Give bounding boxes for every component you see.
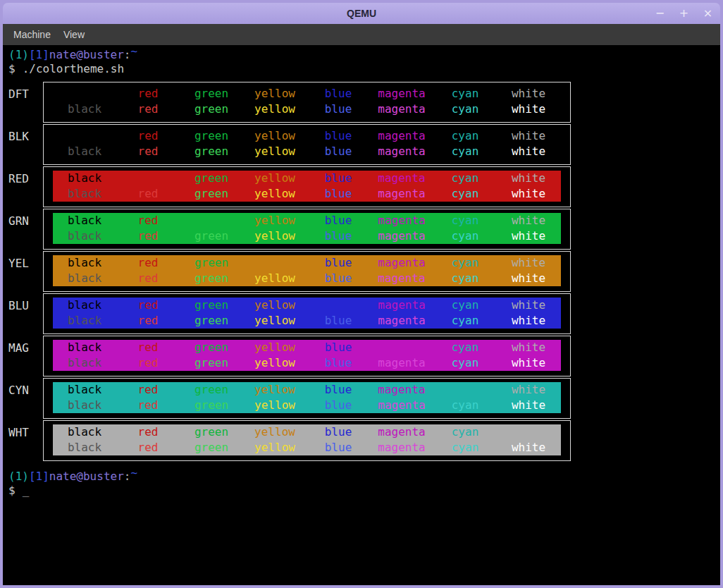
color-name-yellow-bright: yellow (243, 228, 307, 244)
color-name-black-bright: black (53, 313, 116, 329)
color-name-black-normal: black (53, 424, 116, 440)
color-name-white-bright: white (497, 228, 560, 244)
color-name-cyan-bright: cyan (433, 228, 497, 244)
color-name-blue-normal: blue (307, 213, 370, 228)
prompt-cwd: ~ (130, 466, 137, 479)
command-text: ./colortheme.sh (23, 62, 125, 75)
terminal-cursor[interactable]: _ (23, 484, 30, 497)
color-name-magenta-normal: magenta (370, 340, 433, 355)
prompt-line: (1)[1]nate@buster:~ (8, 470, 720, 484)
color-name-magenta-bright: magenta (370, 186, 433, 202)
color-name-black-normal: black (53, 128, 116, 144)
color-name-blue-normal: blue (307, 424, 370, 440)
color-name-black-normal: black (53, 171, 116, 186)
color-name-green-bright: green (180, 228, 243, 244)
color-name-yellow-bright: yellow (243, 440, 307, 455)
color-name-blue-normal: blue (307, 340, 370, 355)
color-name-yellow-normal: yellow (243, 128, 307, 144)
color-name-yellow-bright: yellow (243, 271, 307, 286)
color-name-white-bright: white (497, 440, 560, 455)
color-name-white-bright: white (497, 186, 560, 202)
prompt-dollar: $ (8, 62, 16, 75)
row-box: blackredgreenyellowbluemagentacyanwhite … (43, 378, 571, 419)
color-name-black-normal: black (53, 213, 116, 228)
color-name-magenta-bright: magenta (370, 440, 433, 455)
color-name-white-normal: white (497, 255, 560, 271)
color-name-magenta-normal: magenta (370, 128, 433, 144)
color-name-green-normal: green (180, 86, 243, 102)
normal-colors-line: blackredgreenyellowbluemagentacyanwhite (53, 171, 561, 186)
row-box: blackredgreenyellowbluemagentacyanwhite … (43, 420, 571, 461)
color-name-magenta-normal: magenta (370, 86, 433, 102)
color-name-yellow-normal: yellow (243, 298, 307, 313)
minimize-button-icon[interactable]: − (655, 8, 665, 19)
bright-colors-line: blackredgreenyellowbluemagentacyanwhite (53, 398, 561, 413)
row-box: blackredgreenyellowbluemagentacyanwhite … (43, 209, 571, 250)
color-name-cyan-normal: cyan (433, 298, 497, 313)
color-name-black-normal: black (53, 382, 116, 398)
color-name-yellow-normal: yellow (243, 255, 307, 271)
color-name-red-normal: red (116, 171, 180, 186)
color-name-green-normal: green (180, 382, 243, 398)
color-name-black-bright: black (53, 186, 116, 202)
prompt-colon: : (124, 470, 131, 483)
color-name-cyan-bright: cyan (433, 271, 497, 286)
row-swatch: blackredgreenyellowbluemagentacyanwhite … (53, 340, 561, 371)
color-name-green-bright: green (180, 102, 243, 117)
bright-colors-line: blackredgreenyellowbluemagentacyanwhite (53, 355, 561, 371)
row-swatch: blackredgreenyellowbluemagentacyanwhite … (53, 255, 561, 286)
color-name-white-normal: white (497, 86, 560, 102)
maximize-button-icon[interactable]: + (679, 8, 689, 19)
color-name-black-normal: black (53, 340, 116, 355)
color-name-black-bright: black (53, 440, 116, 455)
color-name-magenta-normal: magenta (370, 424, 433, 440)
color-name-magenta-normal: magenta (370, 171, 433, 186)
color-name-blue-bright: blue (307, 355, 370, 371)
row-label: GRN (8, 209, 43, 250)
color-name-yellow-normal: yellow (243, 86, 307, 102)
color-name-magenta-bright: magenta (370, 355, 433, 371)
color-name-black-normal: black (53, 255, 116, 271)
titlebar[interactable]: QEMU − + × (3, 3, 720, 24)
color-name-cyan-bright: cyan (433, 355, 497, 371)
color-name-black-bright: black (53, 228, 116, 244)
row-box: blackredgreenyellowbluemagentacyanwhite … (43, 166, 571, 207)
color-row: BLU blackredgreenyellowbluemagentacyanwh… (8, 293, 720, 334)
color-name-white-bright: white (497, 144, 560, 159)
terminal-screen[interactable]: (1)[1]nate@buster:~ $./colortheme.sh DFT… (3, 45, 720, 585)
color-name-magenta-bright: magenta (370, 398, 433, 413)
color-name-red-bright: red (116, 102, 180, 117)
bright-colors-line: blackredgreenyellowbluemagentacyanwhite (53, 144, 561, 159)
color-name-black-bright: black (53, 102, 116, 117)
color-name-blue-normal: blue (307, 86, 370, 102)
close-button-icon[interactable]: × (703, 8, 713, 19)
color-name-red-normal: red (116, 340, 180, 355)
color-name-blue-bright: blue (307, 440, 370, 455)
menu-view[interactable]: View (57, 26, 91, 43)
color-name-red-normal: red (116, 128, 180, 144)
row-label: RED (8, 166, 43, 207)
prompt-pane-index: [1] (29, 470, 49, 483)
color-name-red-bright: red (116, 271, 180, 286)
color-name-magenta-normal: magenta (370, 382, 433, 398)
color-name-yellow-bright: yellow (243, 102, 307, 117)
bright-colors-line: blackredgreenyellowbluemagentacyanwhite (53, 186, 561, 202)
color-name-white-normal: white (497, 213, 560, 228)
color-name-magenta-bright: magenta (370, 228, 433, 244)
color-name-cyan-normal: cyan (433, 255, 497, 271)
color-row: YEL blackredgreenyellowbluemagentacyanwh… (8, 251, 720, 292)
color-name-red-normal: red (116, 86, 180, 102)
menu-machine[interactable]: Machine (7, 26, 57, 43)
color-name-green-bright: green (180, 144, 243, 159)
bright-colors-line: blackredgreenyellowbluemagentacyanwhite (53, 440, 561, 455)
color-name-green-bright: green (180, 440, 243, 455)
color-name-yellow-bright: yellow (243, 313, 307, 329)
window-controls: − + × (655, 3, 713, 24)
color-name-white-bright: white (497, 313, 560, 329)
color-name-red-bright: red (116, 355, 180, 371)
normal-colors-line: blackredgreenyellowbluemagentacyanwhite (53, 213, 561, 228)
bright-colors-line: blackredgreenyellowbluemagentacyanwhite (53, 228, 561, 244)
bright-colors-line: blackredgreenyellowbluemagentacyanwhite (53, 271, 561, 286)
row-box: blackredgreenyellowbluemagentacyanwhite … (43, 336, 571, 376)
color-name-white-normal: white (497, 424, 560, 440)
